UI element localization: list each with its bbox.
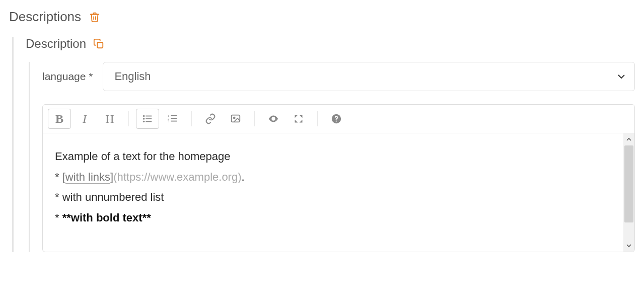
descriptions-title: Descriptions (9, 9, 81, 25)
language-select-value: English (114, 70, 151, 83)
svg-text:3: 3 (168, 119, 169, 123)
svg-point-5 (143, 121, 145, 123)
editor-scrollbar[interactable] (623, 133, 634, 252)
help-button[interactable] (325, 109, 348, 129)
svg-point-17 (336, 120, 337, 121)
svg-rect-4 (146, 118, 152, 119)
scroll-thumb[interactable] (624, 145, 633, 222)
scroll-track[interactable] (623, 145, 634, 240)
image-button[interactable] (224, 109, 247, 129)
svg-point-15 (272, 118, 274, 120)
editor-line: * with unnumbered list (55, 187, 611, 208)
svg-rect-8 (171, 115, 177, 116)
bullet-list-button[interactable] (136, 109, 159, 129)
svg-point-14 (234, 117, 235, 119)
toolbar-separator (254, 111, 255, 126)
markdown-editor: B I H 123 (42, 104, 635, 252)
descriptions-section-header: Descriptions (9, 9, 635, 25)
description-item-title: Description (26, 37, 86, 51)
toolbar-separator (128, 111, 129, 126)
svg-rect-10 (171, 118, 177, 119)
language-select[interactable]: English (103, 62, 635, 91)
bold-button[interactable]: B (48, 109, 71, 129)
fullscreen-button[interactable] (287, 109, 310, 129)
scroll-up-arrow[interactable] (623, 133, 634, 145)
heading-button[interactable]: H (98, 109, 121, 129)
svg-rect-12 (171, 121, 177, 122)
svg-rect-0 (97, 42, 103, 48)
editor-line: * **with bold text** (55, 208, 611, 229)
svg-point-3 (143, 118, 145, 120)
toolbar-separator (317, 111, 318, 126)
svg-rect-2 (146, 116, 152, 117)
editor-line: * [with links](https://www.example.org). (55, 167, 611, 188)
language-label: language * (42, 70, 93, 83)
svg-rect-6 (146, 121, 152, 122)
trash-icon[interactable] (89, 12, 100, 23)
toolbar-separator (191, 111, 192, 126)
link-button[interactable] (199, 109, 222, 129)
svg-rect-13 (232, 115, 240, 122)
editor-toolbar: B I H 123 (43, 105, 634, 133)
editor-textarea[interactable]: Example of a text for the homepage * [wi… (43, 133, 623, 252)
scroll-down-arrow[interactable] (623, 240, 634, 252)
preview-button[interactable] (262, 109, 285, 129)
editor-line: Example of a text for the homepage (55, 146, 611, 167)
description-item-body: language * English B I H 12 (29, 62, 635, 252)
italic-button[interactable]: I (73, 109, 96, 129)
description-item-header: Description (26, 37, 635, 51)
svg-point-1 (143, 115, 145, 117)
description-item-block: Description language * English B (12, 37, 635, 252)
language-field-row: language * English (42, 62, 635, 91)
editor-body: Example of a text for the homepage * [wi… (43, 133, 634, 252)
numbered-list-button[interactable]: 123 (161, 109, 184, 129)
copy-icon[interactable] (93, 38, 104, 49)
